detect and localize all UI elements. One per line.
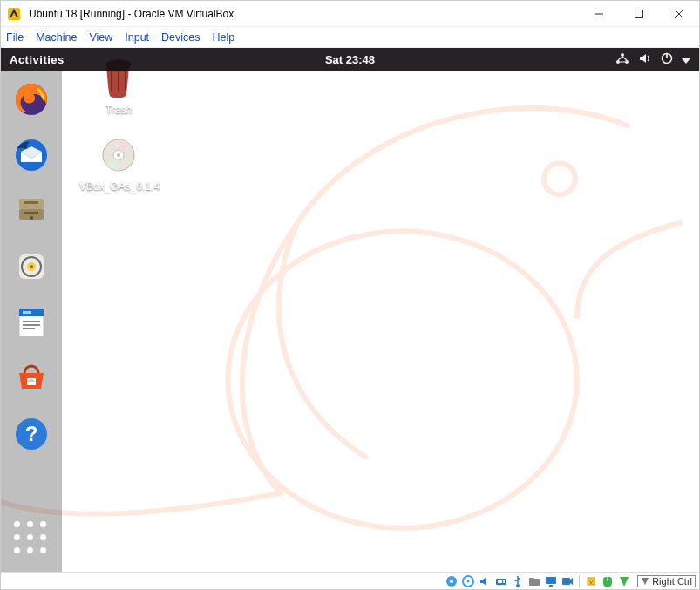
svg-rect-26 [23, 321, 40, 322]
svg-rect-47 [529, 578, 534, 580]
firefox-icon[interactable] [10, 78, 52, 120]
gnome-top-bar: Activities Sat 23:48 [1, 48, 699, 71]
svg-rect-25 [23, 311, 31, 314]
svg-rect-17 [24, 212, 38, 214]
svg-rect-28 [23, 328, 35, 329]
hard-disk-icon[interactable] [445, 574, 459, 588]
host-titlebar: Ubuntu 18 [Running] - Oracle VM VirtualB… [1, 1, 699, 27]
optical-disk-icon[interactable] [461, 574, 475, 588]
svg-point-18 [30, 216, 33, 220]
menu-view[interactable]: View [89, 31, 112, 44]
host-key-label: Right Ctrl [652, 576, 692, 587]
svg-point-40 [467, 580, 470, 582]
shared-folder-icon[interactable] [527, 574, 541, 588]
desktop-icon-label: VBox_GAs_6.1.4 [79, 180, 158, 193]
files-icon[interactable] [10, 190, 52, 232]
svg-point-11 [228, 231, 577, 528]
minimize-button[interactable] [579, 1, 619, 27]
cdrom-icon [97, 133, 140, 177]
svg-rect-48 [546, 577, 556, 584]
usb-icon[interactable] [511, 574, 525, 588]
menu-devices[interactable]: Devices [161, 31, 200, 44]
host-menu-bar: File Machine View Input Devices Help [1, 27, 699, 48]
cpu-icon[interactable]: V [584, 574, 598, 588]
close-button[interactable] [659, 1, 699, 27]
svg-text:?: ? [25, 422, 38, 445]
wallpaper-graphic [1, 48, 699, 572]
menu-input[interactable]: Input [125, 31, 149, 44]
desktop-icon-cdrom[interactable]: VBox_GAs_6.1.4 [79, 133, 158, 193]
show-applications-button[interactable] [14, 521, 49, 556]
svg-point-45 [516, 584, 520, 587]
maximize-button[interactable] [619, 1, 659, 27]
svg-rect-49 [549, 585, 553, 587]
svg-point-6 [616, 60, 620, 64]
svg-point-38 [450, 580, 453, 583]
svg-rect-27 [23, 324, 40, 326]
thunderbird-icon[interactable] [10, 134, 52, 176]
menu-file[interactable]: File [6, 31, 24, 44]
dock: ? [1, 71, 62, 572]
virtualbox-app-icon [6, 6, 22, 22]
writer-icon[interactable] [10, 302, 52, 343]
svg-point-36 [117, 153, 120, 157]
mouse-integration-icon[interactable] [601, 574, 615, 588]
svg-text:V: V [589, 579, 594, 585]
desktop-icon-label: Trash [79, 104, 158, 116]
keyboard-icon[interactable] [617, 574, 631, 588]
system-indicators[interactable] [615, 52, 690, 67]
software-icon[interactable] [10, 357, 52, 399]
svg-point-22 [30, 265, 33, 268]
rhythmbox-icon[interactable] [10, 246, 52, 288]
guest-display[interactable]: Activities Sat 23:48 [1, 48, 699, 572]
svg-rect-43 [500, 580, 502, 583]
host-key-indicator[interactable]: Right Ctrl [637, 575, 696, 587]
menu-machine[interactable]: Machine [36, 31, 77, 44]
audio-icon[interactable] [478, 574, 492, 588]
host-window-title: Ubuntu 18 [Running] - Oracle VM VirtualB… [27, 8, 579, 20]
power-icon[interactable] [661, 52, 673, 67]
window-controls [579, 1, 699, 27]
svg-point-5 [621, 53, 624, 57]
svg-rect-42 [498, 580, 500, 583]
menu-help[interactable]: Help [213, 31, 235, 44]
svg-rect-50 [562, 578, 570, 585]
help-icon[interactable]: ? [10, 413, 52, 455]
network-icon[interactable] [615, 52, 629, 67]
network-adapter-icon[interactable] [494, 574, 508, 588]
clock[interactable]: Sat 23:48 [325, 53, 375, 66]
sound-icon[interactable] [638, 52, 652, 67]
virtualbox-window: Ubuntu 18 [Running] - Oracle VM VirtualB… [0, 0, 700, 590]
svg-point-10 [544, 163, 575, 194]
activities-button[interactable]: Activities [10, 53, 65, 66]
recording-icon[interactable] [561, 574, 574, 588]
virtualbox-status-bar: V Right Ctrl [1, 572, 699, 589]
display-icon[interactable] [544, 574, 558, 588]
svg-rect-2 [635, 10, 643, 17]
svg-point-7 [625, 60, 629, 64]
dropdown-caret-icon[interactable] [682, 53, 690, 66]
svg-rect-16 [24, 201, 38, 204]
svg-rect-44 [503, 580, 505, 583]
